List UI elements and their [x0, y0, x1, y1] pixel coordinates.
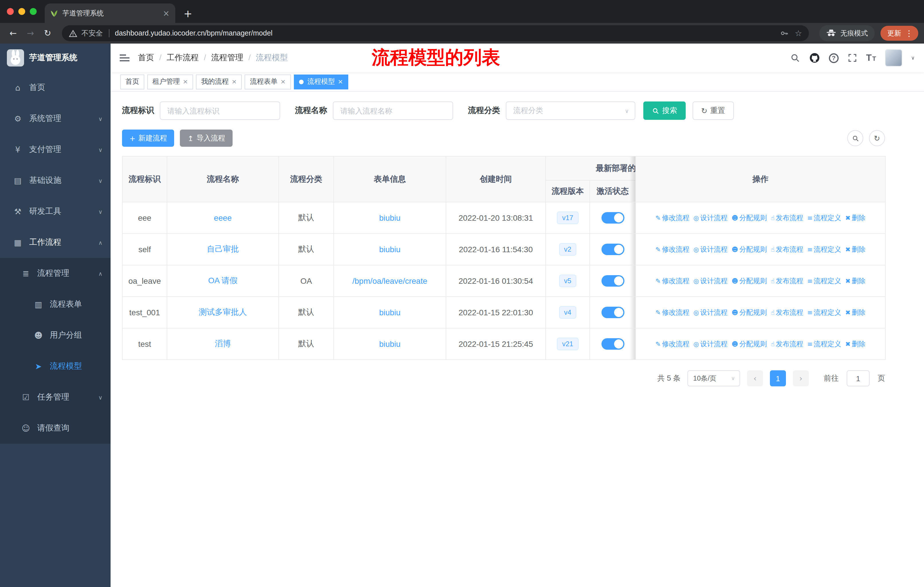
- tag-process-form[interactable]: 流程表单 ×: [245, 74, 291, 89]
- modify-process-link[interactable]: ✎修改流程: [656, 213, 690, 223]
- process-name-link[interactable]: OA 请假: [208, 276, 238, 285]
- sidebar-item-leave-query[interactable]: ☺ 请假查询: [0, 413, 111, 444]
- page-goto-input[interactable]: [846, 370, 870, 386]
- process-definition-link[interactable]: ≡流程定义: [807, 308, 841, 317]
- user-avatar[interactable]: [885, 49, 903, 66]
- search-icon[interactable]: [790, 53, 800, 63]
- form-link[interactable]: /bpm/oa/leave/create: [352, 276, 427, 286]
- sidebar-item-process-model[interactable]: ➤ 流程模型: [0, 351, 111, 382]
- active-toggle[interactable]: [601, 338, 624, 350]
- update-button[interactable]: 更新 ⋮: [881, 26, 918, 41]
- assign-rule-link[interactable]: ☻分配规则: [731, 245, 767, 254]
- back-button[interactable]: ←: [6, 26, 21, 41]
- sidebar-item-payment-management[interactable]: ¥ 支付管理 ∨: [0, 134, 111, 165]
- window-minimize-button[interactable]: [18, 8, 25, 15]
- active-toggle[interactable]: [601, 275, 624, 287]
- sidebar-item-home[interactable]: ⌂ 首页: [0, 72, 111, 103]
- active-toggle[interactable]: [601, 212, 624, 223]
- forward-button[interactable]: →: [23, 26, 38, 41]
- sidebar-item-infrastructure[interactable]: ▤ 基础设施 ∨: [0, 165, 111, 196]
- delete-link[interactable]: ✖删除: [845, 308, 865, 317]
- process-definition-link[interactable]: ≡流程定义: [807, 213, 841, 223]
- publish-process-link[interactable]: ☝发布流程: [771, 245, 803, 254]
- publish-process-link[interactable]: ☝发布流程: [771, 276, 803, 286]
- design-process-link[interactable]: ◎设计流程: [693, 308, 728, 317]
- page-size-select[interactable]: 10条/页 ∨: [687, 370, 740, 386]
- help-icon[interactable]: ?: [829, 53, 839, 63]
- assign-rule-link[interactable]: ☻分配规则: [731, 213, 767, 223]
- tag-close-icon[interactable]: ×: [183, 78, 188, 85]
- delete-link[interactable]: ✖删除: [845, 276, 865, 286]
- bookmark-star-icon[interactable]: ☆: [795, 29, 802, 38]
- sidebar-collapse-icon[interactable]: [120, 55, 129, 61]
- import-process-button[interactable]: ↥ 导入流程: [180, 129, 233, 147]
- assign-rule-link[interactable]: ☻分配规则: [731, 308, 767, 317]
- refresh-button[interactable]: ↻: [869, 130, 885, 146]
- delete-link[interactable]: ✖删除: [845, 339, 865, 349]
- sidebar-item-process-management[interactable]: ≣ 流程管理 ∧: [0, 258, 111, 289]
- browser-menu-kebab-icon[interactable]: ⋮: [905, 29, 913, 38]
- modify-process-link[interactable]: ✎修改流程: [656, 339, 690, 349]
- publish-process-link[interactable]: ☝发布流程: [771, 308, 803, 317]
- toggle-search-button[interactable]: [847, 130, 863, 146]
- form-link[interactable]: biubiu: [379, 213, 401, 222]
- process-definition-link[interactable]: ≡流程定义: [807, 245, 841, 254]
- sidebar-item-dev-tools[interactable]: ⚒ 研发工具 ∨: [0, 196, 111, 227]
- modify-process-link[interactable]: ✎修改流程: [656, 308, 690, 317]
- modify-process-link[interactable]: ✎修改流程: [656, 245, 690, 254]
- process-name-link[interactable]: 滔博: [215, 339, 231, 348]
- create-process-button[interactable]: + 新建流程: [122, 129, 175, 147]
- reset-button[interactable]: ↻ 重置: [693, 101, 734, 120]
- process-name-link[interactable]: 测试多审批人: [199, 307, 247, 316]
- search-button[interactable]: 搜索: [643, 101, 686, 120]
- process-name-link[interactable]: eeee: [214, 213, 232, 222]
- process-category-select[interactable]: 流程分类 ∨: [506, 101, 635, 120]
- design-process-link[interactable]: ◎设计流程: [693, 213, 728, 223]
- tag-home[interactable]: 首页: [120, 74, 144, 89]
- sidebar-item-workflow[interactable]: ▦ 工作流程 ∧: [0, 227, 111, 258]
- process-key-input[interactable]: [160, 101, 280, 120]
- breadcrumb-item[interactable]: 工作流程: [167, 53, 206, 63]
- design-process-link[interactable]: ◎设计流程: [693, 276, 728, 286]
- password-key-icon[interactable]: [780, 29, 789, 38]
- modify-process-link[interactable]: ✎修改流程: [656, 276, 690, 286]
- sidebar-item-user-group[interactable]: ☻ 用户分组: [0, 320, 111, 351]
- tag-tenant-management[interactable]: 租户管理 ×: [147, 74, 193, 89]
- breadcrumb-item[interactable]: 首页: [138, 53, 162, 63]
- delete-link[interactable]: ✖删除: [845, 213, 865, 223]
- process-name-link[interactable]: 自己审批: [207, 244, 239, 253]
- font-size-icon[interactable]: TT: [866, 53, 877, 63]
- assign-rule-link[interactable]: ☻分配规则: [731, 276, 767, 286]
- process-definition-link[interactable]: ≡流程定义: [807, 276, 841, 286]
- tag-process-model[interactable]: 流程模型 ×: [294, 74, 348, 89]
- publish-process-link[interactable]: ☝发布流程: [771, 339, 803, 349]
- sidebar-item-process-form[interactable]: ▥ 流程表单: [0, 289, 111, 320]
- window-zoom-button[interactable]: [30, 8, 37, 15]
- tag-close-icon[interactable]: ×: [338, 78, 343, 85]
- delete-link[interactable]: ✖删除: [845, 245, 865, 254]
- tab-close-icon[interactable]: ×: [163, 8, 170, 18]
- address-bar[interactable]: 不安全 dashboard.yudao.iocoder.cn/bpm/manag…: [62, 25, 809, 41]
- form-link[interactable]: biubiu: [379, 308, 401, 317]
- window-close-button[interactable]: [7, 8, 14, 15]
- process-definition-link[interactable]: ≡流程定义: [807, 339, 841, 349]
- sidebar-item-system-management[interactable]: ⚙ 系统管理 ∨: [0, 103, 111, 134]
- fullscreen-icon[interactable]: [847, 53, 858, 63]
- tag-my-process[interactable]: 我的流程 ×: [196, 74, 242, 89]
- active-toggle[interactable]: [601, 244, 624, 255]
- breadcrumb-item[interactable]: 流程管理: [211, 53, 251, 63]
- form-link[interactable]: biubiu: [379, 339, 401, 349]
- design-process-link[interactable]: ◎设计流程: [693, 339, 728, 349]
- prev-page-button[interactable]: ‹: [747, 370, 763, 386]
- new-tab-button[interactable]: +: [180, 5, 196, 21]
- github-icon[interactable]: [809, 52, 820, 64]
- next-page-button[interactable]: ›: [793, 370, 809, 386]
- current-page-button[interactable]: 1: [770, 370, 786, 386]
- assign-rule-link[interactable]: ☻分配规则: [731, 339, 767, 349]
- design-process-link[interactable]: ◎设计流程: [693, 245, 728, 254]
- active-toggle[interactable]: [601, 307, 624, 318]
- publish-process-link[interactable]: ☝发布流程: [771, 213, 803, 223]
- reload-button[interactable]: ↻: [40, 26, 55, 41]
- sidebar-item-task-management[interactable]: ☑ 任务管理 ∨: [0, 382, 111, 413]
- tag-close-icon[interactable]: ×: [231, 78, 237, 85]
